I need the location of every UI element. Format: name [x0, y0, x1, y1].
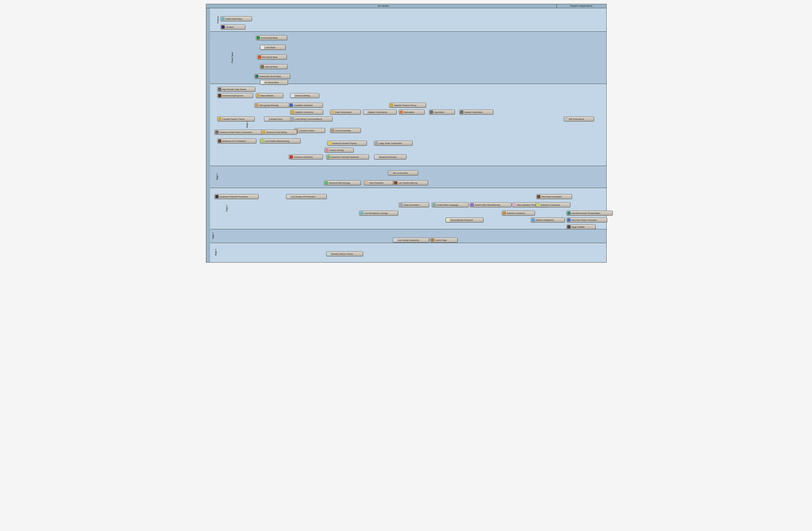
tech-node-hdsp[interactable]: High Density Solar Panels [217, 87, 255, 92]
tech-label: Galactic Imperialism [464, 111, 483, 113]
column-header-all: All colonies [210, 4, 556, 8]
tech-icon [258, 55, 261, 59]
tech-node-ttrap[interactable]: Tourist Traps [430, 238, 458, 242]
tech-label: Low Gravity Oil Production [291, 195, 315, 198]
tech-node-acharc[interactable]: Advanced Charcoal Production [215, 194, 259, 199]
tech-node-tess[interactable]: Tourist Essentials [330, 128, 361, 133]
tech-node-amicro[interactable]: Advanced Microbiology [324, 180, 361, 185]
tech-node-acsyn[interactable]: Advanced Chemical Synthesis [326, 154, 369, 159]
tech-label: LIS Base [226, 26, 234, 28]
row-band-stage4 [210, 243, 606, 262]
row-header-stage1: Stage 1 [206, 166, 210, 188]
tech-icon [261, 81, 264, 84]
tech-label: Colonial Tourism [299, 129, 314, 132]
tech-icon [291, 110, 294, 114]
tech-node-ctour[interactable]: Colonial Tourism [294, 128, 325, 133]
tech-icon [431, 238, 434, 242]
tech-label: Solar Governance [335, 111, 351, 113]
tech-node-intert[interactable]: Interdimensional Transportation [566, 211, 613, 215]
tech-node-sgov2[interactable]: Self Governance [564, 116, 594, 121]
tech-node-astb[interactable]: Asteroid Base [260, 64, 287, 69]
tech-label: Antanium Synthesis [507, 212, 525, 214]
tech-node-awb[interactable]: Abandoned World Base [255, 74, 290, 79]
tech-node-blm[interactable]: Black Markets [256, 93, 283, 98]
tech-node-sgov[interactable]: Solar Governance [330, 110, 361, 114]
tech-node-lunb[interactable]: Lunar Base [260, 45, 286, 50]
tech-node-lgm[interactable]: Low Gravity Manufacturing [260, 138, 301, 143]
tech-node-fwb[interactable]: Forest World Base [256, 35, 287, 40]
tech-node-gimp[interactable]: Galactic Imperialism [459, 110, 493, 114]
tech-node-laz[interactable]: Low Atmospheric Zoology [359, 211, 398, 215]
tech-node-imp[interactable]: Imperialism [429, 110, 455, 114]
tech-label: Forest World Base [261, 37, 278, 39]
tech-node-aop[interactable]: Advanced Ore Purification [217, 138, 256, 143]
tech-node-nat[interactable]: Nationalism [399, 110, 424, 114]
tech-label: Red Planet Base [262, 56, 277, 58]
tech-icon [536, 203, 540, 207]
tech-label: Black Markets [261, 94, 274, 97]
tech-node-rpb[interactable]: Red Planet Base [257, 55, 287, 59]
tech-node-clayp[interactable]: Clay Production [364, 180, 393, 185]
diagram-canvas: Human All coloniesRequire IndependenceFa… [203, 0, 609, 265]
tech-label: Mega Habitats [571, 226, 584, 228]
tech-label: High Density Solar Panels [222, 88, 246, 90]
tech-node-mhab[interactable]: Mega Habitats [566, 224, 596, 229]
tech-node-ants[interactable]: Antanium Synthesis [502, 211, 535, 215]
tech-label: Low Gravity Masonry [398, 182, 417, 184]
diagram-frame: All coloniesRequire IndependenceFactions… [206, 4, 607, 263]
tech-node-gcom[interactable]: Galactic Commerce [290, 110, 323, 114]
tech-node-antc[interactable]: Antanium Compouds [536, 202, 570, 207]
tech-icon [375, 141, 378, 145]
tech-node-dexc[interactable]: Deep Excavation [399, 202, 429, 207]
tech-node-arob[interactable]: Advanced Robotics [374, 154, 406, 159]
tech-node-lrc[interactable]: Long Range Communications [290, 116, 332, 121]
column-header-ind: Require Independence [556, 4, 606, 8]
tech-node-anp[interactable]: Advanced Nuclear Physics [327, 141, 367, 145]
tech-node-dmine[interactable]: Diamond Mining [290, 93, 319, 98]
tech-node-ggov[interactable]: Galactic Governance [363, 110, 396, 114]
tech-node-crys[interactable]: Crystalline Synthesis [289, 103, 323, 108]
tech-node-assc[interactable]: Advanced Small Scale Construction [215, 130, 262, 135]
row-header-stage3: Stage 3 [206, 229, 210, 243]
tech-icon [503, 211, 506, 215]
tech-node-lghus[interactable]: Low Gravity Husbandry [393, 238, 429, 242]
tech-icon [218, 139, 221, 143]
tech-node-cciv[interactable]: Colonial Civics [264, 116, 293, 121]
tech-node-cft[interactable]: Colonial Finance Theory [217, 116, 255, 121]
row-header-stage4: Stage 4 [206, 243, 210, 262]
tech-label: Climate Science Theory [331, 253, 353, 255]
tech-label: Colonial Civics [269, 118, 282, 120]
tech-node-lgmas[interactable]: Low Gravity Masonry [393, 180, 428, 185]
tech-node-cst[interactable]: Climate Science Theory [326, 251, 363, 256]
tech-node-hclone[interactable]: Human Cloning [324, 148, 353, 153]
tech-node-xenor[interactable]: Xenomaterials Research [446, 218, 483, 222]
tech-icon [400, 110, 403, 114]
tech-node-aalang[interactable]: Ancient Alien Language [432, 202, 468, 207]
tech-label: Clay Production [369, 182, 383, 184]
tech-node-lsc[interactable]: Large Scale Construction [374, 141, 412, 145]
tech-node-mgrav[interactable]: Microgravity Brewing [255, 103, 289, 108]
tech-label: Galactic Finance Theory [394, 104, 416, 107]
tech-node-tallc[interactable]: Tall Construction [388, 170, 418, 175]
tech-node-lgoil[interactable]: Low Gravity Oil Production [286, 194, 327, 199]
tech-node-ude[interactable]: Ultra Deep Excavation [536, 194, 572, 199]
tech-node-achem[interactable]: Advanced Chemistry [289, 154, 323, 159]
tech-node-ahydro[interactable]: Advanced Hydroponics [217, 93, 253, 98]
tech-label: Long Range Communications [295, 118, 322, 120]
tech-node-ngpp[interactable]: Next Gen Power Production [566, 218, 607, 222]
tech-icon [257, 36, 260, 39]
tech-icon [265, 117, 268, 121]
tech-node-lis[interactable]: LIS Base [220, 25, 245, 29]
tech-label: Next Gen Power Production [571, 219, 597, 221]
tech-node-iwb[interactable]: Ice World Base [260, 80, 288, 85]
tech-node-ueb[interactable]: United Earth Base [220, 16, 252, 21]
tech-node-gft[interactable]: Galactic Finance Theory [389, 103, 426, 108]
tech-icon [394, 181, 397, 184]
tech-label: Advanced Hydroponics [222, 94, 243, 97]
tech-icon [221, 17, 224, 20]
tech-node-ai[interactable]: Artificial Intelligence [531, 218, 565, 222]
tech-icon [257, 94, 260, 97]
tech-node-agold[interactable]: Advanced Gold Mining [261, 130, 297, 135]
tech-node-aaman[interactable]: Ancient Alien Manufacturing [470, 202, 511, 207]
tech-label: Advanced Robotics [379, 156, 397, 158]
